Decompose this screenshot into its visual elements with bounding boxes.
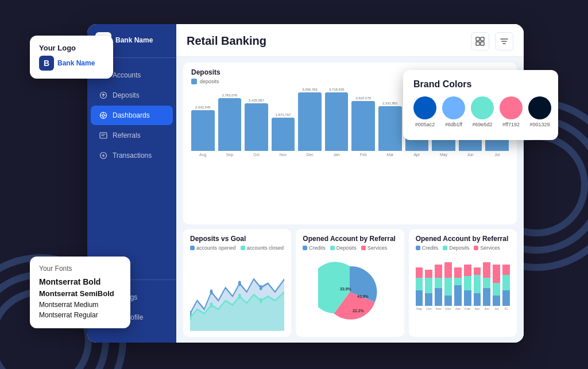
brand-colors-title: Brand Colors: [413, 79, 548, 90]
stacked-bars-inner: [425, 270, 432, 306]
font-semibold: Montserrat SemiBold: [39, 288, 121, 300]
logo-bank-name: Bank Name: [57, 59, 95, 67]
deposits-segment: [454, 278, 462, 286]
stacked-label: Dec: [445, 307, 451, 310]
bar-rect: [218, 98, 242, 150]
pie-legend: Credits Deposits Services: [303, 245, 397, 251]
sidebar-accounts-label: Accounts: [113, 71, 141, 79]
svg-point-14: [238, 281, 241, 286]
svg-text:33.9%: 33.9%: [340, 287, 352, 291]
svg-text:22.2%: 22.2%: [353, 309, 365, 313]
stacked-label: Jul: [494, 307, 499, 310]
transactions-icon: [99, 151, 108, 160]
svg-point-17: [210, 302, 213, 308]
sidebar-dashboards-label: Dashboards: [113, 111, 150, 119]
sidebar-item-referrals[interactable]: Referrals: [91, 126, 173, 145]
dvg-closed-label: accounts closed: [247, 245, 284, 251]
bar-group: 2,331,851 Mar: [378, 88, 402, 157]
swatch-label: #6db1ff: [445, 122, 462, 127]
stacked-bar-group: Jan: [454, 253, 462, 310]
bar-value: 1,671,767: [276, 113, 291, 116]
bar-label: Mar: [386, 153, 393, 157]
svg-point-19: [260, 298, 262, 303]
bar-group: 1,671,767 Nov: [272, 88, 295, 157]
bar-label: Jul: [494, 153, 500, 157]
main-wrapper: Your Logo B Bank Name Your Fonts Montser…: [30, 24, 558, 345]
deposits-segment: [416, 278, 423, 291]
swatch-label: #005ac2: [415, 122, 435, 127]
content-header: Retail Banking: [176, 24, 524, 57]
swatch-circle: [500, 96, 523, 119]
bar-label: Nov: [280, 153, 287, 157]
pie-legend-services: Services: [361, 245, 388, 251]
pie-services-label: Services: [368, 245, 388, 251]
stacked-bars-inner: [493, 265, 500, 306]
bar-group: 3,718,535 Jan: [325, 88, 349, 157]
swatch-label: #ff7192: [502, 122, 520, 127]
referrals-icon: [99, 131, 108, 140]
deposits-segment: [464, 276, 471, 290]
bar-group: 2,032,545 Aug: [191, 88, 215, 157]
services-segment: [502, 265, 510, 275]
services-segment: [416, 267, 423, 278]
bar-group: 2,622,270 Feb: [351, 88, 375, 157]
bar-value: 2,782,076: [222, 94, 238, 97]
pie-credits-dot: [303, 246, 307, 250]
sidebar-item-transactions[interactable]: Transactions: [91, 146, 173, 165]
pie-deposits-label: Deposits: [336, 245, 357, 251]
svg-rect-10: [476, 42, 479, 45]
deposits-vs-goal-chart: Deposits vs Goal accounts opened account…: [183, 229, 291, 337]
credits-segment: [425, 293, 432, 306]
referral-pie-chart: Opened Account by Referral Credits Depos…: [296, 229, 404, 337]
svg-point-18: [238, 294, 241, 299]
deposits-segment: [502, 275, 510, 290]
credits-segment: [454, 285, 462, 306]
stacked-bar-group: Oct: [425, 253, 432, 310]
filter-button[interactable]: [495, 32, 513, 51]
bar-rect: [191, 110, 215, 151]
sidebar-item-deposits[interactable]: Deposits: [91, 86, 173, 105]
svg-rect-8: [476, 37, 479, 41]
bar-label: Feb: [360, 153, 367, 157]
bar-rect: [378, 106, 402, 151]
swatch-circle: [471, 96, 494, 119]
bar2-deposits-label: Deposits: [449, 245, 469, 251]
svg-point-3: [102, 114, 105, 116]
stacked-bars-inner: [454, 267, 462, 306]
brand-colors-card: Brand Colors #005ac2 #6db1ff #69e5d2 #ff…: [403, 70, 558, 140]
dvg-closed-dot: [241, 246, 245, 250]
stacked-bar-group: Jun: [483, 253, 490, 310]
svg-point-13: [210, 289, 213, 294]
bar-label: Aug: [199, 153, 206, 157]
pie-title: Opened Account by Referral: [303, 235, 397, 243]
bar-label: Jan: [334, 153, 340, 157]
stacked-label: Feb: [465, 307, 470, 310]
services-segment: [454, 267, 462, 278]
services-segment: [483, 262, 490, 278]
dvg-legend: accounts opened accounts closed: [190, 245, 284, 251]
stacked-bars: Sep Oct Nov Dec: [416, 253, 510, 310]
bar-rect: [272, 118, 295, 150]
logo-b-icon: B: [39, 56, 54, 71]
deposits-legend-label: deposits: [200, 79, 219, 84]
services-segment: [444, 262, 452, 278]
bar2-deposits-dot: [443, 246, 447, 250]
font-bold: Montserrat Bold: [39, 276, 121, 288]
sidebar-nav: Accounts Deposits: [87, 58, 176, 279]
stacked-bar-group: Nov: [435, 253, 442, 310]
stacked-label: Oct: [426, 307, 431, 310]
swatch-circle: [528, 96, 551, 119]
deposits-segment: [483, 278, 490, 288]
logo-card: Your Logo B Bank Name: [30, 36, 113, 79]
bar-value: 2,425,587: [249, 99, 264, 102]
bar2-services-label: Services: [480, 245, 500, 251]
sidebar-transactions-label: Transactions: [113, 152, 152, 160]
grid-view-button[interactable]: [471, 32, 489, 51]
bar2-legend-credits: Credits: [416, 245, 439, 251]
referral-bar-chart: Opened Account by Referral Credits Depos…: [409, 229, 517, 337]
sidebar-item-dashboards[interactable]: Dashboards: [91, 106, 173, 125]
deposits-segment: [493, 283, 500, 296]
bar-label: Dec: [306, 153, 313, 157]
stacked-bar-group: Apr: [474, 253, 481, 310]
bar2-title: Opened Account by Referral: [416, 235, 510, 243]
